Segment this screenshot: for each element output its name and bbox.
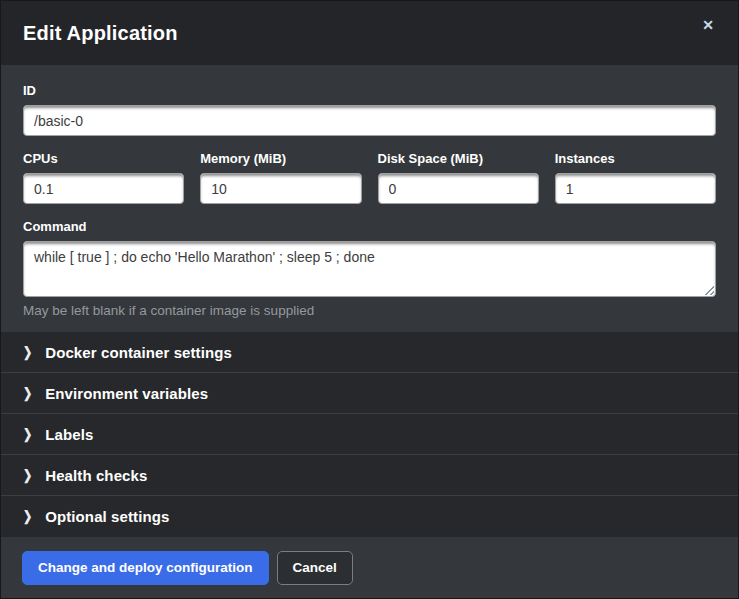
- command-field-group: Command while [ true ] ; do echo 'Hello …: [23, 221, 716, 318]
- instances-label: Instances: [555, 153, 716, 165]
- disk-input[interactable]: [378, 173, 539, 204]
- modal-footer: Change and deploy configuration Cancel: [1, 537, 738, 598]
- chevron-right-icon: ❯: [23, 426, 32, 442]
- id-input[interactable]: [23, 105, 716, 136]
- modal-title: Edit Application: [23, 22, 178, 45]
- chevron-right-icon: ❯: [23, 467, 32, 483]
- id-label: ID: [23, 85, 716, 97]
- close-icon: ✕: [702, 17, 714, 33]
- section-label: Environment variables: [45, 385, 208, 402]
- command-textarea[interactable]: while [ true ] ; do echo 'Hello Marathon…: [23, 241, 716, 297]
- edit-application-modal: Edit Application ✕ ID CPUs Memory (MiB) …: [0, 0, 739, 599]
- modal-header: Edit Application ✕: [1, 1, 738, 65]
- memory-input[interactable]: [200, 173, 361, 204]
- application-form: ID CPUs Memory (MiB) Disk Space (MiB) In…: [1, 65, 738, 332]
- memory-label: Memory (MiB): [200, 153, 361, 165]
- cpus-label: CPUs: [23, 153, 184, 165]
- collapsible-sections: ❯ Docker container settings ❯ Environmen…: [1, 332, 738, 537]
- cancel-button[interactable]: Cancel: [277, 551, 353, 585]
- resources-row: CPUs Memory (MiB) Disk Space (MiB) Insta…: [23, 153, 716, 204]
- section-optional-settings[interactable]: ❯ Optional settings: [1, 496, 738, 537]
- cpus-field-group: CPUs: [23, 153, 184, 204]
- section-labels[interactable]: ❯ Labels: [1, 414, 738, 455]
- section-label: Health checks: [45, 467, 147, 484]
- chevron-right-icon: ❯: [23, 385, 32, 401]
- section-health-checks[interactable]: ❯ Health checks: [1, 455, 738, 496]
- section-label: Optional settings: [45, 508, 169, 525]
- disk-label: Disk Space (MiB): [378, 153, 539, 165]
- id-field-group: ID: [23, 85, 716, 136]
- change-and-deploy-button[interactable]: Change and deploy configuration: [22, 551, 269, 585]
- section-environment-variables[interactable]: ❯ Environment variables: [1, 373, 738, 414]
- disk-field-group: Disk Space (MiB): [378, 153, 539, 204]
- chevron-right-icon: ❯: [23, 344, 32, 360]
- command-label: Command: [23, 221, 716, 233]
- section-label: Labels: [45, 426, 93, 443]
- close-button[interactable]: ✕: [700, 16, 716, 34]
- instances-field-group: Instances: [555, 153, 716, 204]
- section-label: Docker container settings: [45, 344, 232, 361]
- cpus-input[interactable]: [23, 173, 184, 204]
- chevron-right-icon: ❯: [23, 508, 32, 524]
- instances-input[interactable]: [555, 173, 716, 204]
- memory-field-group: Memory (MiB): [200, 153, 361, 204]
- command-help-text: May be left blank if a container image i…: [23, 303, 716, 318]
- section-docker-container-settings[interactable]: ❯ Docker container settings: [1, 332, 738, 373]
